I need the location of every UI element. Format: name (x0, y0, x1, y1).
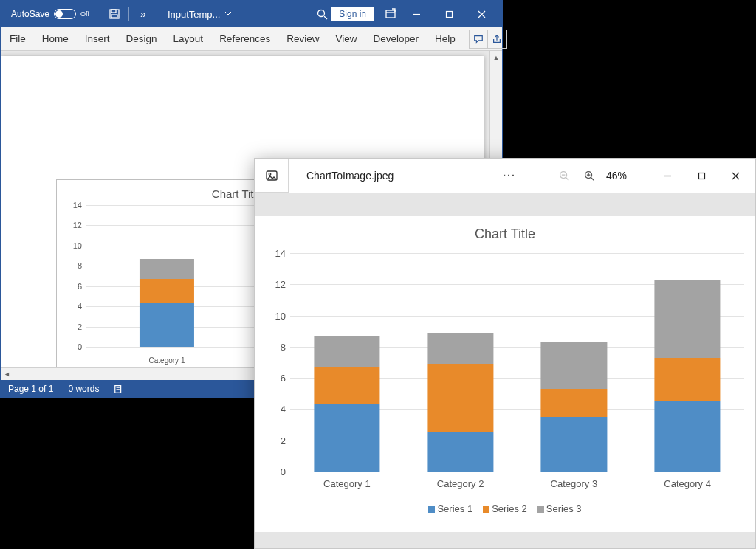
svg-rect-1 (111, 10, 116, 13)
y-tick-label: 0 (78, 342, 86, 351)
toggle-switch-icon (54, 9, 76, 19)
chart-x-labels: Category 1Category 2Category 3Category 4 (290, 478, 744, 489)
bar-segment (314, 336, 379, 367)
spellcheck-icon[interactable] (114, 384, 124, 395)
page-indicator[interactable]: Page 1 of 1 (8, 384, 53, 394)
y-tick-label: 4 (78, 302, 86, 311)
more-icon[interactable]: ··· (497, 163, 522, 188)
x-tick-label: Category 2 (404, 478, 518, 489)
autosave-toggle[interactable]: AutoSave Off (5, 9, 95, 19)
bar-segment (427, 364, 493, 432)
maximize-button[interactable] (684, 164, 718, 187)
bar-segment (655, 280, 721, 358)
y-tick-label: 10 (73, 241, 86, 250)
bar-segment (140, 279, 194, 303)
y-tick-label: 4 (281, 404, 290, 415)
bar-segment (541, 389, 607, 417)
svg-rect-2 (111, 15, 117, 18)
svg-rect-5 (386, 10, 395, 18)
close-button[interactable] (465, 3, 498, 25)
image-icon[interactable] (255, 159, 289, 193)
y-tick-label: 2 (281, 435, 290, 446)
search-icon[interactable] (312, 4, 331, 24)
legend-item: Series 1 (428, 503, 472, 514)
bar-segment (314, 367, 379, 404)
x-tick-label: Category 1 (86, 356, 247, 365)
y-tick-label: 14 (275, 248, 290, 259)
bar-segment (655, 401, 721, 472)
chart-legend: Series 1Series 2Series 3 (255, 503, 755, 514)
word-count[interactable]: 0 words (68, 384, 99, 394)
legend-item: Series 3 (537, 503, 582, 514)
bar-segment (314, 404, 379, 472)
y-tick-label: 0 (281, 466, 290, 477)
bar-segment (140, 259, 194, 279)
autosave-label: AutoSave (11, 9, 49, 19)
minimize-button[interactable] (400, 3, 433, 25)
overflow-icon[interactable]: » (134, 4, 153, 24)
scroll-up-icon[interactable]: ▲ (490, 51, 502, 63)
y-tick-label: 6 (281, 373, 290, 384)
image-canvas[interactable]: Chart Title 02468101214 Category 1Catego… (255, 216, 755, 532)
viewer-footer-strip (255, 532, 755, 548)
tab-home[interactable]: Home (39, 29, 72, 49)
chart-plot-area: 02468101214 (290, 253, 744, 472)
y-tick-label: 2 (78, 322, 86, 331)
tab-design[interactable]: Design (123, 29, 160, 49)
bar-segment (541, 417, 607, 472)
comments-icon[interactable] (469, 30, 488, 49)
y-tick-label: 6 (78, 282, 86, 291)
svg-rect-8 (446, 11, 452, 17)
tab-review[interactable]: Review (284, 29, 322, 49)
svg-line-22 (591, 178, 594, 181)
sign-in-button[interactable]: Sign in (331, 7, 374, 21)
maximize-button[interactable] (433, 3, 465, 25)
svg-point-17 (269, 173, 271, 175)
bar-segment (541, 342, 607, 389)
svg-rect-26 (698, 173, 704, 179)
ribbon-tabs: File Home Insert Design Layout Reference… (1, 27, 502, 51)
word-titlebar: AutoSave Off » InputTemp... Sign in (1, 1, 502, 27)
tab-help[interactable]: Help (432, 29, 458, 49)
tab-layout[interactable]: Layout (171, 29, 207, 49)
tab-references[interactable]: References (216, 29, 273, 49)
close-button[interactable] (718, 164, 752, 187)
minimize-button[interactable] (650, 164, 684, 187)
y-tick-label: 12 (73, 221, 86, 229)
zoom-out-icon[interactable] (551, 163, 577, 188)
bar-segment (427, 432, 493, 472)
tab-developer[interactable]: Developer (370, 29, 422, 49)
ribbon-mode-icon[interactable] (381, 4, 400, 24)
document-title: InputTemp... (168, 9, 221, 20)
svg-line-4 (324, 16, 327, 19)
tab-insert[interactable]: Insert (82, 29, 113, 49)
x-tick-label: Category 1 (290, 478, 404, 489)
bar-segment (655, 358, 721, 401)
x-tick-label: Category 3 (518, 478, 631, 489)
tab-view[interactable]: View (332, 29, 360, 49)
y-tick-label: 8 (78, 261, 86, 270)
legend-item: Series 2 (483, 503, 527, 514)
zoom-in-icon[interactable] (577, 163, 602, 188)
bar-segment (427, 333, 493, 364)
x-tick-label: Category 4 (630, 478, 744, 489)
svg-point-3 (318, 10, 325, 17)
zoom-level: 46% (606, 170, 627, 182)
image-viewer-window: ChartToImage.jpeg ··· 46% Chart Title 02… (254, 158, 756, 549)
image-filename: ChartToImage.jpeg (306, 170, 394, 182)
share-icon[interactable] (488, 30, 507, 49)
y-tick-label: 12 (275, 279, 290, 290)
autosave-state: Off (80, 10, 89, 18)
image-viewer-titlebar: ChartToImage.jpeg ··· 46% (255, 159, 755, 193)
y-tick-label: 14 (73, 201, 86, 210)
y-tick-label: 8 (281, 341, 290, 352)
viewer-header-strip (255, 193, 755, 216)
bar-segment (140, 303, 194, 347)
y-tick-label: 10 (275, 310, 290, 321)
tab-file[interactable]: File (7, 29, 29, 49)
scroll-left-icon[interactable]: ◄ (1, 368, 13, 380)
chevron-down-icon[interactable] (224, 9, 232, 19)
save-icon[interactable] (105, 4, 124, 24)
chart-title: Chart Title (262, 227, 748, 242)
svg-line-19 (566, 178, 569, 181)
